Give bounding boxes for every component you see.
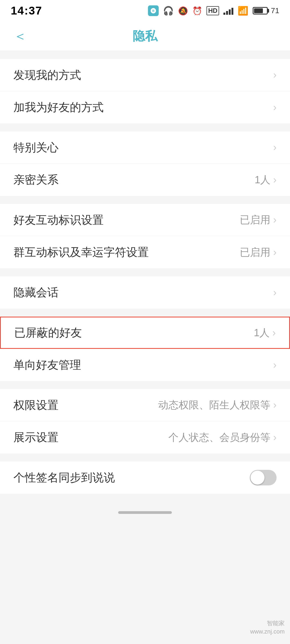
back-button[interactable]: ＜ <box>11 24 30 48</box>
discover-ways-right: › <box>273 69 277 81</box>
menu-group-7: 个性签名同步到说说 <box>0 462 290 494</box>
permission-settings-chevron: › <box>273 399 277 411</box>
close-relations-value: 1人 <box>255 173 270 187</box>
add-friend-ways-label: 加我为好友的方式 <box>13 100 104 115</box>
status-bar: 14:37 🎧 🔕 ⏰ HD 📶 71 <box>0 0 290 21</box>
hide-conversation-right: › <box>273 287 277 298</box>
group-interaction-value: 已启用 <box>240 246 270 259</box>
mute-icon: 🔕 <box>178 6 188 16</box>
close-relations-label: 亲密关系 <box>13 172 59 187</box>
section-gap-6 <box>0 381 290 389</box>
display-settings-value: 个人状态、会员身份等 <box>168 431 270 444</box>
group-interaction-chevron: › <box>273 247 277 258</box>
watermark-line2: www.znj.com <box>250 628 285 636</box>
blocked-friends-label: 已屏蔽的好友 <box>14 325 82 340</box>
section-gap-7 <box>0 453 290 462</box>
menu-group-6: 权限设置 动态权限、陌生人权限等 › 展示设置 个人状态、会员身份等 › <box>0 389 290 453</box>
hide-conversation-label: 隐藏会话 <box>13 285 59 300</box>
group-interaction-right: 已启用 › <box>240 246 277 259</box>
section-gap-3 <box>0 196 290 204</box>
status-icons: 🎧 🔕 ⏰ HD 📶 71 <box>148 5 279 16</box>
menu-item-blocked-friends[interactable]: 已屏蔽的好友 1人 › <box>0 317 290 349</box>
signature-sync-toggle[interactable] <box>250 470 277 485</box>
wifi-icon: 📶 <box>238 6 248 16</box>
one-way-friends-chevron: › <box>273 359 277 371</box>
friend-interaction-label: 好友互动标识设置 <box>13 213 104 228</box>
one-way-friends-right: › <box>273 359 277 371</box>
special-care-label: 特别关心 <box>13 140 59 155</box>
friend-interaction-chevron: › <box>273 214 277 226</box>
toggle-knob <box>251 471 264 485</box>
menu-item-permission-settings[interactable]: 权限设置 动态权限、陌生人权限等 › <box>0 389 290 421</box>
watermark-line1: 智能家 <box>250 619 285 628</box>
menu-group-2: 特别关心 › 亲密关系 1人 › <box>0 131 290 196</box>
signal-icon <box>223 7 233 15</box>
menu-item-display-settings[interactable]: 展示设置 个人状态、会员身份等 › <box>0 421 290 453</box>
add-friend-ways-right: › <box>273 102 277 113</box>
add-friend-ways-chevron: › <box>273 102 277 113</box>
permission-settings-label: 权限设置 <box>13 398 59 413</box>
close-relations-right: 1人 › <box>255 173 277 187</box>
menu-item-friend-interaction[interactable]: 好友互动标识设置 已启用 › <box>0 204 290 236</box>
section-gap-2 <box>0 123 290 131</box>
menu-group-3: 好友互动标识设置 已启用 › 群互动标识及幸运字符设置 已启用 › <box>0 204 290 268</box>
page-title: 隐私 <box>133 28 157 45</box>
status-time: 14:37 <box>11 4 42 17</box>
hd-label: HD <box>206 6 219 15</box>
special-care-right: › <box>273 142 277 153</box>
menu-item-discover-ways[interactable]: 发现我的方式 › <box>0 59 290 91</box>
home-indicator-bar <box>0 502 290 523</box>
discover-ways-chevron: › <box>273 69 277 81</box>
display-settings-chevron: › <box>273 432 277 443</box>
group-interaction-label: 群互动标识及幸运字符设置 <box>13 245 149 260</box>
menu-item-special-care[interactable]: 特别关心 › <box>0 131 290 164</box>
close-relations-chevron: › <box>273 174 277 186</box>
display-settings-right: 个人状态、会员身份等 › <box>168 431 277 444</box>
section-gap-bottom <box>0 494 290 502</box>
menu-item-add-friend-ways[interactable]: 加我为好友的方式 › <box>0 91 290 123</box>
section-gap-4 <box>0 268 290 276</box>
menu-item-hide-conversation[interactable]: 隐藏会话 › <box>0 276 290 309</box>
nav-bar: ＜ 隐私 <box>0 21 290 51</box>
menu-item-one-way-friends[interactable]: 单向好友管理 › <box>0 349 290 381</box>
blocked-friends-right: 1人 › <box>254 326 276 340</box>
display-settings-label: 展示设置 <box>13 430 59 445</box>
battery-percent: 71 <box>271 6 279 15</box>
special-care-chevron: › <box>273 142 277 153</box>
permission-settings-value: 动态权限、陌生人权限等 <box>158 398 270 412</box>
watermark: 智能家 www.znj.com <box>250 619 285 636</box>
one-way-friends-label: 单向好友管理 <box>13 357 81 372</box>
blocked-friends-chevron: › <box>272 327 276 339</box>
blocked-friends-value: 1人 <box>254 326 270 340</box>
menu-item-group-interaction[interactable]: 群互动标识及幸运字符设置 已启用 › <box>0 236 290 268</box>
section-gap-5 <box>0 309 290 317</box>
battery-icon: 71 <box>253 6 279 15</box>
friend-interaction-value: 已启用 <box>240 213 270 227</box>
permission-settings-right: 动态权限、陌生人权限等 › <box>158 398 277 412</box>
content: 发现我的方式 › 加我为好友的方式 › 特别关心 › 亲密关系 1人 › <box>0 51 290 502</box>
menu-item-signature-sync[interactable]: 个性签名同步到说说 <box>0 462 290 494</box>
notification-icon <box>148 5 159 16</box>
menu-group-1: 发现我的方式 › 加我为好友的方式 › <box>0 59 290 123</box>
headphone-icon: 🎧 <box>163 6 174 16</box>
signature-sync-label: 个性签名同步到说说 <box>13 470 115 485</box>
hide-conversation-chevron: › <box>273 287 277 298</box>
friend-interaction-right: 已启用 › <box>240 213 277 227</box>
discover-ways-label: 发现我的方式 <box>13 68 81 83</box>
alarm-icon: ⏰ <box>192 6 202 16</box>
home-indicator <box>118 511 172 514</box>
menu-group-5: 已屏蔽的好友 1人 › 单向好友管理 › <box>0 317 290 381</box>
section-gap-1 <box>0 51 290 59</box>
menu-item-close-relations[interactable]: 亲密关系 1人 › <box>0 164 290 196</box>
signature-sync-toggle-container <box>250 470 277 485</box>
menu-group-4: 隐藏会话 › <box>0 276 290 309</box>
